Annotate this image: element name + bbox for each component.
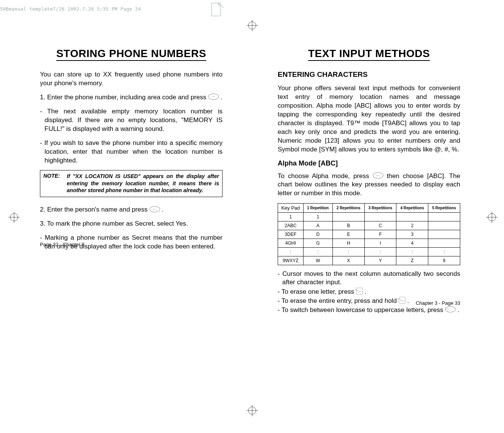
table-header-row: Key Pad 1 Repetition 2 Repetitions 3 Rep… <box>278 204 460 213</box>
table-cell: I <box>364 239 396 248</box>
intro-paragraph: You can store up to XX frequently used p… <box>40 70 223 88</box>
table-cell: X <box>332 256 364 265</box>
table-header: 3 Repetitions <box>364 204 396 213</box>
table-header: 5 Repetitions <box>428 204 460 213</box>
step-1-text-a: 1. Enter the phone number, including are… <box>40 94 208 101</box>
table-cell: F <box>364 230 396 239</box>
note-dash-1: - The next available empty memory locati… <box>40 107 223 134</box>
table-cell: E <box>332 230 364 239</box>
table-cell <box>364 213 396 221</box>
alpha-text-a: To choose Alpha mode, press <box>278 172 373 180</box>
table-header: 2 Repetitions <box>332 204 364 213</box>
alpha-paragraph: To choose Alpha mode, press then choose … <box>278 172 460 198</box>
table-row: 2ABCABC2 <box>278 221 460 230</box>
table-row: :::::: <box>278 248 460 256</box>
registration-mark-icon <box>486 212 498 223</box>
right-page: TEXT INPUT METHODS ENTERING CHARACTERS Y… <box>278 48 460 315</box>
softkey-icon <box>445 306 456 312</box>
softkey-icon <box>208 94 219 100</box>
table-cell <box>428 221 460 230</box>
bullet-text-a: - To erase one letter, press <box>278 288 356 295</box>
table-header: 1 Repetition <box>303 204 332 213</box>
clr-key-icon <box>399 297 405 304</box>
bullet-case: - To switch between lowercase to upperca… <box>278 306 460 314</box>
page-fold-icon <box>211 3 225 21</box>
table-row: 4GHIGHI4 <box>278 239 460 248</box>
table-cell: : <box>364 248 396 256</box>
table-cell: : <box>428 248 460 256</box>
source-file-header: 50Bmanual template7/26 2002.7.26 5:35 PM… <box>0 6 141 12</box>
table-cell: Y <box>364 256 396 265</box>
table-cell: 3 <box>396 230 428 239</box>
note-dash-2: - If you wish to save the phone number i… <box>40 139 223 165</box>
table-cell: 2ABC <box>278 221 304 230</box>
step-2: 2. Enter the person's name and press . <box>40 205 223 214</box>
bullet-erase-one: - To erase one letter, press . <box>278 288 460 296</box>
subheading-alpha: Alpha Mode [ABC] <box>278 159 460 167</box>
table-cell: 4GHI <box>278 239 304 248</box>
left-page: STORING PHONE NUMBERS You can store up t… <box>40 48 223 256</box>
note-text: If "XX LOCATION IS USED" appears on the … <box>67 173 219 194</box>
table-cell <box>428 230 460 239</box>
registration-mark-icon <box>8 212 20 223</box>
table-cell: 3DEF <box>278 230 304 239</box>
clr-key-icon <box>356 288 363 295</box>
section-title: STORING PHONE NUMBERS <box>40 48 223 60</box>
table-cell: B <box>332 221 364 230</box>
table-cell <box>396 213 428 221</box>
table-cell: : <box>303 248 332 256</box>
table-cell: C <box>364 221 396 230</box>
table-header: Key Pad <box>278 204 304 213</box>
table-cell: : <box>396 248 428 256</box>
step-2-text-a: 2. Enter the person's name and press <box>40 206 149 213</box>
step-3: 3. To mark the phone number as Secret, s… <box>40 220 223 228</box>
page-footer-right: Chapter 3 - Page 33 <box>416 300 460 306</box>
table-cell: 1 <box>303 213 332 221</box>
bullet-cursor: - Cursor moves to the next column automa… <box>278 270 460 287</box>
note-box: NOTE: If "XX LOCATION IS USED" appears o… <box>40 170 223 197</box>
table-header: 4 Repetitions <box>396 204 428 213</box>
registration-mark-icon <box>246 20 258 31</box>
step-1: 1. Enter the phone number, including are… <box>40 93 223 102</box>
table-cell: : <box>332 248 364 256</box>
bullet-text-b: . <box>364 288 366 295</box>
table-cell: 4 <box>396 239 428 248</box>
table-row: 3DEFDEF3 <box>278 230 460 239</box>
table-cell: 9WXYZ <box>278 256 304 265</box>
table-cell: H <box>332 239 364 248</box>
softkey-icon <box>373 172 383 178</box>
page-footer-left: Page 32 - Chapter 3 <box>40 242 84 247</box>
note-label: NOTE: <box>43 173 60 194</box>
bullet-text-b: . <box>407 297 409 304</box>
table-row: 9WXYZWXYZ9 <box>278 256 460 265</box>
svg-line-1 <box>221 5 224 8</box>
softkey-icon <box>149 206 160 212</box>
intro-paragraph: Your phone offers several text input met… <box>278 84 460 154</box>
table-cell: 9 <box>428 256 460 265</box>
table-cell: 1 <box>278 213 304 221</box>
table-cell: A <box>303 221 332 230</box>
table-body: 112ABCABC23DEFDEF34GHIGHI4::::::9WXYZWXY… <box>278 213 460 265</box>
table-cell: 2 <box>396 221 428 230</box>
table-row: 11 <box>278 213 460 221</box>
registration-mark-icon <box>246 405 258 416</box>
table-cell: W <box>303 256 332 265</box>
step-1-text-b: . <box>221 94 223 101</box>
bullet-text-a: - To erase the entire entry, press and h… <box>278 297 399 304</box>
subheading-entering: ENTERING CHARACTERS <box>278 70 460 79</box>
step-2-text-b: . <box>162 206 164 213</box>
table-cell <box>428 239 460 248</box>
table-cell: : <box>278 248 304 256</box>
bullet-text-a: - To switch between lowercase to upperca… <box>278 306 445 314</box>
table-cell: Z <box>396 256 428 265</box>
table-cell: G <box>303 239 332 248</box>
table-cell <box>332 213 364 221</box>
keypad-table: Key Pad 1 Repetition 2 Repetitions 3 Rep… <box>278 203 460 265</box>
table-cell: D <box>303 230 332 239</box>
table-cell <box>428 213 460 221</box>
bullet-text-b: . <box>458 306 459 314</box>
section-title: TEXT INPUT METHODS <box>278 48 460 60</box>
